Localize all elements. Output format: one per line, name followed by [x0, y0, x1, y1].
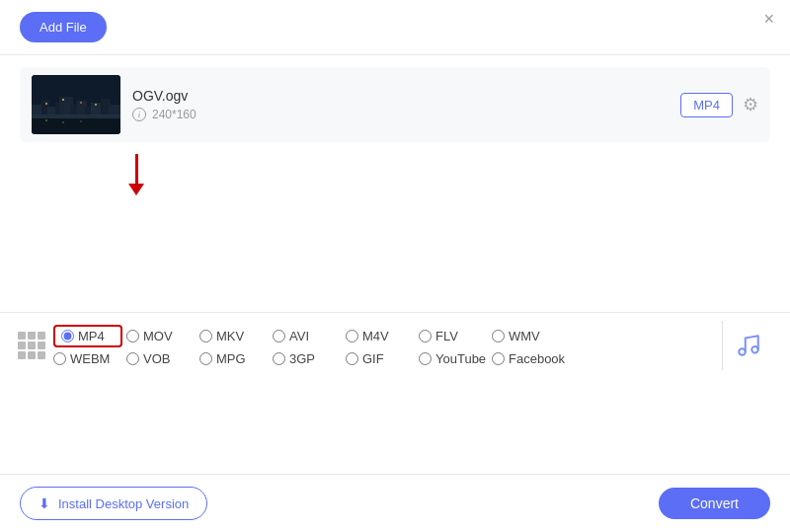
svg-point-22: [739, 348, 746, 355]
svg-point-16: [62, 99, 64, 101]
format-option-facebook[interactable]: Facebook: [492, 351, 565, 366]
format-option-vob[interactable]: VOB: [126, 351, 196, 366]
svg-point-18: [95, 104, 97, 106]
format-label-facebook: Facebook: [509, 351, 565, 366]
svg-rect-14: [32, 114, 120, 118]
format-label-webm: WEBM: [70, 351, 110, 366]
convert-button[interactable]: Convert: [659, 488, 770, 519]
format-label-avi: AVI: [289, 329, 309, 343]
format-label-3gp: 3GP: [289, 351, 315, 366]
install-button[interactable]: ⬇ Install Desktop Version: [20, 487, 207, 520]
format-label-mov: MOV: [143, 329, 173, 343]
format-option-mpg[interactable]: MPG: [199, 351, 269, 366]
format-label-vob: VOB: [143, 351, 170, 366]
format-option-wmv[interactable]: WMV: [492, 329, 561, 343]
grid-icon: [18, 332, 45, 359]
format-option-youtube[interactable]: YouTube: [419, 351, 488, 366]
arrow-container: [0, 154, 790, 195]
format-label-mp4: MP4: [78, 329, 105, 343]
svg-point-20: [62, 121, 64, 123]
format-divider: [722, 321, 723, 370]
close-button[interactable]: ×: [763, 10, 774, 28]
arrow-head: [128, 184, 144, 195]
format-option-mkv[interactable]: MKV: [199, 329, 269, 343]
add-file-button[interactable]: Add File: [20, 12, 107, 42]
file-info: OGV.ogv i 240*160: [132, 88, 669, 121]
format-option-m4v[interactable]: M4V: [346, 329, 415, 343]
format-selector: MP4 MOV MKV AVI M4V FLV: [0, 312, 790, 378]
format-row-2: WEBM VOB MPG 3GP GIF YouTube: [53, 351, 718, 366]
format-option-3gp[interactable]: 3GP: [273, 351, 342, 366]
format-rows: MP4 MOV MKV AVI M4V FLV: [53, 325, 718, 366]
settings-icon[interactable]: ⚙: [743, 94, 758, 115]
format-label-mkv: MKV: [216, 329, 244, 343]
arrow-shaft: [135, 154, 138, 184]
format-option-gif[interactable]: GIF: [346, 351, 415, 366]
svg-point-15: [45, 103, 47, 105]
format-row-1: MP4 MOV MKV AVI M4V FLV: [53, 325, 718, 347]
empty-area: [0, 154, 790, 312]
format-option-mp4[interactable]: MP4: [53, 325, 122, 347]
file-dimensions: 240*160: [152, 108, 197, 121]
download-icon: ⬇: [39, 495, 50, 511]
file-thumbnail: [32, 75, 120, 134]
bottom-bar: ⬇ Install Desktop Version Convert: [0, 474, 790, 532]
down-arrow: [128, 154, 144, 195]
format-badge-button[interactable]: MP4: [680, 93, 733, 117]
file-list: OGV.ogv i 240*160 MP4 ⚙: [0, 55, 790, 154]
svg-point-23: [751, 346, 758, 353]
top-bar: Add File ×: [0, 0, 790, 55]
file-meta: i 240*160: [132, 108, 669, 121]
format-label-wmv: WMV: [509, 329, 540, 343]
music-icon[interactable]: [727, 333, 770, 358]
install-label: Install Desktop Version: [58, 496, 189, 511]
format-label-gif: GIF: [362, 351, 384, 366]
format-label-m4v: M4V: [362, 329, 389, 343]
format-label-flv: FLV: [435, 329, 458, 343]
file-name: OGV.ogv: [132, 88, 669, 104]
file-actions: MP4 ⚙: [680, 93, 758, 117]
file-item: OGV.ogv i 240*160 MP4 ⚙: [20, 67, 770, 142]
svg-point-21: [80, 120, 82, 122]
format-option-avi[interactable]: AVI: [273, 329, 342, 343]
format-option-webm[interactable]: WEBM: [53, 351, 122, 366]
info-icon: i: [132, 108, 146, 121]
format-video-icon: [10, 332, 53, 359]
svg-point-19: [45, 119, 47, 121]
format-label-youtube: YouTube: [435, 351, 486, 366]
format-label-mpg: MPG: [216, 351, 246, 366]
format-option-mov[interactable]: MOV: [126, 329, 196, 343]
svg-rect-13: [32, 116, 120, 134]
svg-point-17: [80, 102, 82, 104]
format-option-flv[interactable]: FLV: [419, 329, 488, 343]
